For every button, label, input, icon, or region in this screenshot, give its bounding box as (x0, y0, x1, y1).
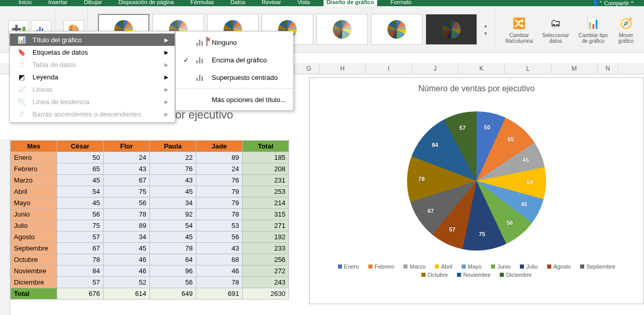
chart-style-5[interactable] (316, 14, 368, 45)
submenu-more-options[interactable]: Más opciones del título... (176, 91, 293, 108)
col-header-M[interactable]: M (551, 63, 598, 74)
table-row[interactable]: Septiembre67457843233 (11, 243, 289, 254)
tab-vista[interactable]: Vista (294, 0, 313, 6)
legend-item[interactable]: Mayo (462, 263, 482, 270)
th-flor[interactable]: Flor (104, 141, 150, 152)
col-header-H[interactable]: H (319, 63, 366, 74)
menu-item: ⇵Barras ascendentes o descendentes▶ (10, 108, 175, 120)
legend-item[interactable]: Diciembre (500, 272, 532, 278)
legend-item[interactable]: Febrero (368, 263, 395, 270)
tab-inicio[interactable]: Inicio (15, 0, 35, 6)
submenu-item[interactable]: Superpuesto centrado (176, 69, 293, 86)
pie-data-label: 56 (506, 220, 513, 226)
chart-style-6[interactable] (371, 14, 422, 45)
legend-item[interactable]: Marzo (403, 263, 426, 270)
th-paula[interactable]: Paula (150, 141, 196, 152)
move-chart-button[interactable]: 🧭 Mover gráfico (613, 13, 639, 46)
table-row[interactable]: Enero50242289185 (11, 152, 289, 163)
legend-item[interactable]: Noviembre (457, 272, 490, 278)
col-header-L[interactable]: L (505, 63, 551, 74)
menu-item[interactable]: 🔖Etiquetas de datos▶ (10, 46, 175, 58)
table-header-row: Mes César Flor Paula Jade Total (11, 141, 289, 152)
table-row[interactable]: Agosto57344556192 (11, 231, 289, 243)
legend-swatch (580, 264, 584, 269)
menu-item-icon: ◩ (16, 73, 27, 81)
pie-data-label: 50 (484, 124, 490, 130)
legend-item[interactable]: Junio (491, 263, 511, 270)
menu-item-icon: 📈 (16, 86, 27, 93)
pie-data-label: 57 (449, 226, 455, 233)
legend-swatch (403, 264, 408, 269)
th-mes[interactable]: Mes (11, 141, 57, 152)
chart-style-7[interactable] (426, 14, 477, 45)
legend-swatch (368, 264, 372, 269)
tab-formato[interactable]: Formato (387, 0, 415, 6)
table-row[interactable]: Julio75895453271 (11, 220, 289, 231)
legend-swatch (520, 264, 524, 269)
menu-item[interactable]: 📊Título del gráfico▶ (10, 34, 175, 46)
table-row[interactable]: Noviembre84469646272 (11, 266, 289, 277)
submenu-item[interactable]: ✖Ninguno (176, 34, 293, 51)
legend-item[interactable]: Enero (338, 263, 359, 270)
table-row[interactable]: Diciembre57525678243 (11, 277, 289, 288)
add-chart-element-menu[interactable]: 📊Título del gráfico▶🔖Etiquetas de datos▶… (9, 31, 175, 123)
table-row[interactable]: Febrero65437624208 (11, 163, 289, 175)
styles-scroll-up[interactable]: ▴ (484, 23, 487, 28)
th-cesar[interactable]: César (57, 141, 104, 152)
legend-item[interactable]: Abril (435, 263, 452, 270)
th-jade[interactable]: Jade (196, 141, 243, 152)
table-total-row[interactable]: Total6766146496912630 (11, 288, 289, 300)
col-header-J[interactable]: J (412, 63, 459, 74)
col-header-I[interactable]: I (366, 63, 412, 74)
table-row[interactable]: Junio56789278315 (11, 209, 289, 220)
menu-item[interactable]: ◩Leyenda▶ (10, 71, 175, 83)
col-header-K[interactable]: K (459, 63, 505, 74)
move-chart-icon: 🧭 (618, 15, 634, 31)
chart-legend[interactable]: EneroFebreroMarzoAbrilMayoJunioJulioAgos… (310, 258, 643, 283)
legend-swatch (491, 264, 495, 269)
col-header-N[interactable]: N (598, 63, 618, 74)
layout-option-icon (196, 56, 206, 63)
share-button[interactable]: 👤⁺Compartir ^ (592, 0, 634, 6)
select-data-button[interactable]: 🗂 Seleccionar datos (538, 13, 573, 46)
chart-title-submenu[interactable]: ✖Ninguno✓Encima del gráficoSuperpuesto c… (175, 31, 294, 111)
embedded-chart[interactable]: Número de ventas por ejecutivo 506545544… (309, 77, 644, 304)
layout-option-icon (196, 74, 206, 81)
pie-chart[interactable] (407, 111, 546, 251)
data-table: Mes César Flor Paula Jade Total Enero502… (10, 140, 289, 300)
tab-disposicion[interactable]: Disposición de página (115, 0, 177, 6)
menu-item-icon: 📊 (16, 36, 27, 44)
legend-item[interactable]: Septiembre (580, 263, 615, 270)
menu-item-icon: 🔖 (16, 48, 27, 56)
table-row[interactable]: Abril54754579253 (11, 186, 289, 197)
change-chart-type-button[interactable]: 📊 Cambiar tipo de gráfico (574, 13, 613, 46)
pie-data-label: 75 (479, 231, 485, 237)
table-row[interactable]: Mayo45563479214 (11, 197, 289, 209)
tab-dibujar[interactable]: Dibujar (81, 0, 105, 6)
menu-item-icon: ⇵ (16, 110, 27, 118)
legend-item[interactable]: Octubre (421, 272, 448, 278)
table-row[interactable]: Marzo45674376231 (11, 175, 289, 186)
tab-revisar[interactable]: Revisar (259, 0, 284, 6)
legend-item[interactable]: Julio (520, 263, 538, 270)
table-row[interactable]: Octubre78466468256 (11, 254, 289, 266)
col-header-G[interactable]: G (299, 63, 319, 74)
submenu-item[interactable]: ✓Encima del gráfico (176, 51, 293, 69)
legend-item[interactable]: Agosto (547, 263, 571, 270)
tab-diseno-grafico[interactable]: Diseño de gráfico (324, 0, 377, 6)
pie-data-label: 65 (507, 136, 514, 142)
menu-item-icon: 📉 (16, 98, 27, 106)
pie-plot-area[interactable]: 506545544556755767788457 (399, 104, 554, 258)
tab-datos[interactable]: Datos (227, 0, 248, 6)
menu-separator (176, 88, 293, 89)
none-icon: ✖ (196, 39, 206, 46)
tab-formulas[interactable]: Fórmulas (187, 0, 217, 6)
legend-swatch (435, 264, 439, 269)
tab-insertar[interactable]: Insertar (45, 0, 71, 6)
share-icon: 👤⁺ (592, 0, 602, 6)
chart-title[interactable]: Número de ventas por ejecutivo (310, 78, 643, 93)
switch-rowcol-icon: 🔀 (511, 15, 528, 31)
th-total[interactable]: Total (243, 141, 289, 152)
styles-scroll-down[interactable]: ▾ (484, 30, 487, 36)
switch-row-column-button[interactable]: 🔀 Cambiar fila/columna (501, 13, 537, 46)
